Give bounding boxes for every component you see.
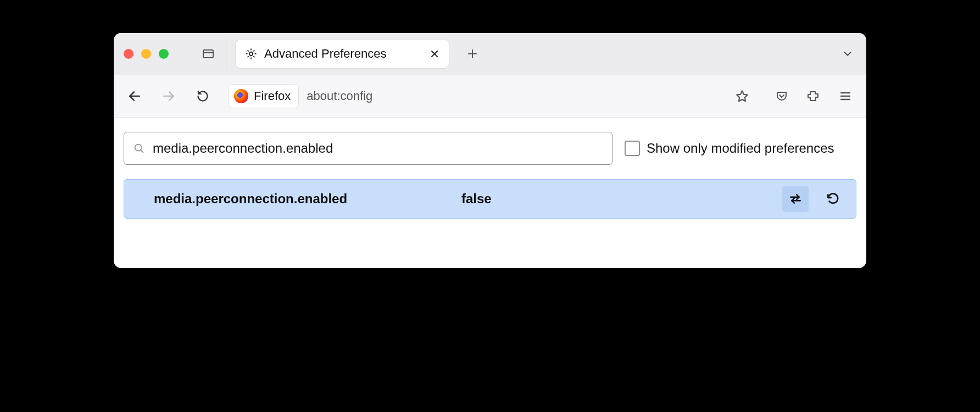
url-bar[interactable]: Firefox about:config <box>228 83 751 109</box>
maximize-window-button[interactable] <box>159 49 169 59</box>
window-controls <box>124 49 169 59</box>
pref-search-input[interactable] <box>153 141 603 156</box>
navigation-toolbar: Firefox about:config <box>114 75 866 118</box>
pref-name: media.peerconnection.enabled <box>154 191 450 207</box>
minimize-window-button[interactable] <box>141 49 151 59</box>
new-tab-button[interactable] <box>464 45 481 63</box>
tab-strip: Advanced Preferences <box>114 33 866 75</box>
svg-marker-9 <box>737 91 748 101</box>
pref-search-box[interactable] <box>124 132 612 165</box>
menu-button[interactable] <box>837 87 854 105</box>
firefox-logo-icon <box>234 89 248 103</box>
close-window-button[interactable] <box>124 49 133 59</box>
forward-button[interactable] <box>160 87 177 105</box>
svg-rect-0 <box>203 50 213 58</box>
show-modified-checkbox[interactable] <box>625 141 640 156</box>
all-tabs-dropdown[interactable] <box>839 45 856 63</box>
identity-box[interactable]: Firefox <box>228 84 299 108</box>
toolbar-icons <box>773 87 854 105</box>
show-modified-label: Show only modified preferences <box>647 141 834 156</box>
search-icon <box>133 142 145 154</box>
reset-pref-button[interactable] <box>820 186 846 212</box>
toggle-pref-button[interactable] <box>782 186 809 212</box>
sidebar-toggle-button[interactable] <box>199 45 217 63</box>
pref-result-row[interactable]: media.peerconnection.enabled false <box>124 179 856 219</box>
svg-point-2 <box>249 52 253 55</box>
close-tab-button[interactable] <box>428 47 441 60</box>
browser-window: Advanced Preferences <box>114 33 866 268</box>
back-button[interactable] <box>126 87 143 105</box>
pref-actions <box>782 186 846 212</box>
pocket-button[interactable] <box>773 87 790 105</box>
pref-value: false <box>461 191 771 207</box>
gear-icon <box>244 47 258 60</box>
search-row: Show only modified preferences <box>124 132 856 165</box>
reload-button[interactable] <box>194 87 211 105</box>
extensions-button[interactable] <box>805 87 822 105</box>
svg-line-14 <box>141 150 143 152</box>
filter-group: Show only modified preferences <box>625 141 834 156</box>
tab-title: Advanced Preferences <box>264 47 421 61</box>
tab-separator <box>226 38 226 69</box>
nav-buttons <box>126 87 211 105</box>
identity-label: Firefox <box>254 89 291 103</box>
bookmark-star-button[interactable] <box>733 87 751 105</box>
active-tab[interactable]: Advanced Preferences <box>235 39 449 69</box>
about-config-content: Show only modified preferences media.pee… <box>114 118 866 268</box>
url-text: about:config <box>307 89 372 103</box>
